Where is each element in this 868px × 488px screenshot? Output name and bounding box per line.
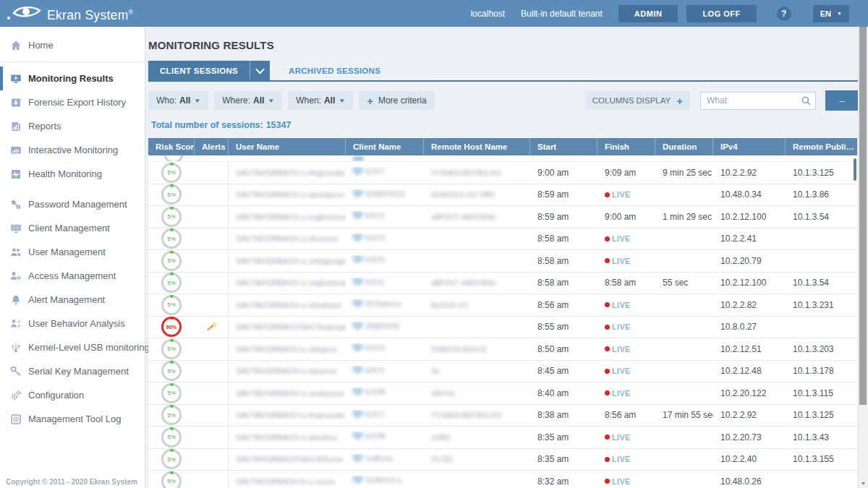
column-header[interactable]: Finish	[597, 138, 655, 155]
sidebar-item-client-management[interactable]: Client Management	[0, 216, 145, 240]
sidebar-item-forensic-export-history[interactable]: Forensic Export History	[0, 90, 145, 114]
column-header[interactable]: IPv4	[713, 138, 786, 155]
remote-host-redacted: sSB3	[431, 433, 450, 442]
sidebar-item-label: Kernel-Level USB monitoring	[28, 342, 150, 353]
collapse-panel-button[interactable]: –	[825, 90, 859, 111]
sidebar-item-health-monitoring[interactable]: Health Monitoring	[0, 162, 145, 186]
sidebar-item-kernel-usb-monitoring[interactable]: Kernel-Level USB monitoring	[0, 335, 145, 359]
live-indicator: LIVE	[605, 234, 655, 243]
sidebar-item-user-behavior-analysis[interactable]: User Behavior Analysis	[0, 312, 145, 335]
column-header[interactable]: Remote Public...	[786, 138, 857, 155]
sidebar-item-label: Forensic Export History	[28, 97, 126, 108]
scroll-down-icon[interactable]: ▼	[859, 478, 868, 488]
sidebar-item-password-management[interactable]: Password Management	[0, 192, 145, 216]
column-header[interactable]: Duration	[655, 138, 713, 155]
remote-public-ip-cell: 10.1.3.54	[786, 212, 857, 222]
client-icon	[353, 278, 362, 286]
risk-score-gauge: 5%	[161, 383, 182, 403]
column-header[interactable]: Client Name	[346, 138, 424, 155]
filter-where-value: All	[253, 95, 264, 106]
tab-dropdown-button[interactable]	[250, 61, 270, 80]
table-row[interactable]: 5%SAVTAVGRBAOV-b-s-ssvsvSVB0V3-s8:32 amL…	[148, 471, 857, 488]
table-scrollbar-thumb[interactable]	[854, 158, 856, 181]
duration-value: 17 min 55 sec	[663, 410, 713, 420]
table-row[interactable]: 5%SAVTAVGRBAOV-s-abnvlgsvsSSB0V5S3ASAOG3…	[148, 184, 857, 207]
remote-host-cell	[424, 476, 530, 487]
page-title: MONITORING RESULTS	[148, 39, 859, 51]
finish-cell: LIVE	[597, 190, 655, 199]
risk-score-gauge: 5%	[161, 207, 182, 227]
partial-row-top	[148, 155, 857, 162]
table-row[interactable]: 5%SAVTAVGRBAOV-y-vbsgsvsK3V33SB0V3-B3sV3…	[148, 338, 857, 361]
language-selector[interactable]: EN ▼	[813, 5, 849, 22]
sidebar-item-interactive-monitoring[interactable]: Interactive Monitoring	[0, 138, 145, 162]
page-scrollbar[interactable]: ▲ ▼	[858, 0, 868, 488]
remote-public-ip-cell: 10.1.3.54	[786, 278, 857, 288]
filter-where[interactable]: Where:All▼	[214, 91, 282, 110]
start-cell: 8:40 am	[530, 388, 597, 398]
admin-button[interactable]: ADMIN	[618, 5, 678, 22]
filter-who[interactable]: Who:All▼	[148, 91, 208, 110]
finish-cell: 8:56 am	[597, 410, 655, 420]
tab-archived-sessions[interactable]: ARCHIVED SESSIONS	[289, 61, 380, 80]
client-icon	[353, 410, 362, 419]
table-row[interactable]: 5%SAVTAVGRBAOV-y-fmgsvsakvK3V7YVSAGVB3TA…	[148, 405, 857, 427]
sidebar-item-management-tool-log[interactable]: Management Tool Log	[0, 407, 145, 431]
alerts-cell	[195, 361, 229, 382]
sidebar-item-monitoring-results[interactable]: Monitoring Results	[0, 67, 145, 90]
client-icon	[353, 255, 362, 264]
column-header[interactable]: Start	[530, 138, 597, 155]
client-icon	[353, 322, 362, 330]
start-time: 8:55 am	[537, 322, 569, 332]
sidebar-item-alert-management[interactable]: Alert Management	[0, 288, 145, 312]
column-header[interactable]: Risk Score	[148, 138, 195, 155]
sidebar-item-serial-key-management[interactable]: Serial Key Management	[0, 359, 145, 383]
sidebar-item-label: Reports	[28, 121, 61, 132]
risk-score-value: 5%	[167, 213, 176, 220]
logoff-button[interactable]: LOG OFF	[686, 5, 756, 22]
table-row[interactable]: 5%SAVTAVGRBAOV-s-sbsvbsvK3VBsSB38:35 amL…	[148, 427, 857, 449]
brand-logo[interactable]: Ekran System®	[7, 4, 133, 24]
sidebar-item-user-management[interactable]: User Management	[0, 240, 145, 264]
table-row[interactable]: 5%SAVTAVGRBAOV-s-vsgbsnsvwb3V3sBF3V7-AB3…	[148, 206, 857, 228]
table-row[interactable]: 90%SAVTAVGRBAOVSbV-Svgsvgsvs3SB0V0S8:55 …	[148, 317, 857, 339]
page-scrollbar-thumb[interactable]	[859, 11, 867, 405]
user-name-cell: SAVTAVGRBAOVSbV-Svgsvgsvs	[229, 322, 346, 332]
start-time: 8:35 am	[537, 432, 569, 442]
column-header[interactable]: Alerts	[195, 138, 229, 155]
finish-cell: 8:58 am	[597, 278, 655, 288]
table-row[interactable]: 5%SAVTAVGRBAOV-s-sbsvsvsb3V33s8:45 amLIV…	[148, 361, 857, 383]
search-input[interactable]	[700, 92, 816, 110]
table-row[interactable]: 5%SAVTAVGRBAOV-y-fmgsvsakvK3V7YVSAGVB3TA…	[148, 162, 857, 184]
sidebar-item-configuration[interactable]: Configuration	[0, 383, 145, 407]
table-row[interactable]: 5%SAVTAVGRBAOV-y-sfsvsvsvK3V38:58 amLIVE…	[148, 228, 857, 251]
column-header[interactable]: Remote Host Name	[424, 138, 530, 155]
start-time: 8:59 am	[537, 212, 569, 222]
user-name-redacted: SAVTAVGRBAOV-s-vsgbsnsvw	[236, 213, 346, 221]
alerts-cell	[195, 449, 229, 471]
more-criteria-button[interactable]: + More criteria	[359, 91, 434, 110]
filter-when[interactable]: When:All▼	[288, 91, 353, 110]
sidebar-item-access-management[interactable]: Access Management	[0, 264, 145, 288]
sidebar-item-home[interactable]: Home	[0, 33, 145, 57]
forensic-icon	[9, 97, 22, 108]
risk-score-value: 5%	[167, 346, 176, 352]
client-name-redacted: K3V7	[365, 167, 385, 176]
mlog-icon	[9, 414, 22, 425]
copyright-text: Copyright © 2011 - 2020 Ekran System	[6, 478, 137, 486]
alerts-cell	[195, 206, 229, 228]
nav-group-gap	[0, 186, 145, 192]
table-row[interactable]: 5%SAVTAVGRBAOVSbV-BSsvsvVsBVsv3V-B38:35 …	[148, 449, 857, 471]
table-row[interactable]: 5%SAVTAVGRBAOV-s-vsgbsnsvwb3V3sBF3V7-AB3…	[148, 273, 857, 295]
alerts-cell	[195, 294, 229, 316]
brand-name: Ekran System®	[47, 4, 133, 24]
table-row[interactable]: 5%SAVTAVGRBAOV-s-ssvbsvsvsK3VBsBVVs8:40 …	[148, 382, 857, 405]
columns-display-button[interactable]: COLUMNS DISPLAY +	[585, 91, 690, 110]
column-header[interactable]: User Name	[229, 138, 346, 155]
ipv4-value: 10.2.2.92	[720, 410, 757, 420]
sidebar-item-reports[interactable]: Reports	[0, 114, 145, 138]
table-row[interactable]: 5%SAVTAVGRBAOV-s-sbsvbsvsSVSsbsvsBsSS3-V…	[148, 294, 857, 317]
table-row[interactable]: 5%SAVTAVGRBAOV-s-ssbsgsvgsvK3V58:58 amLI…	[148, 250, 857, 273]
tab-client-sessions[interactable]: CLIENT SESSIONS	[148, 61, 270, 80]
help-icon[interactable]: ?	[777, 7, 791, 21]
